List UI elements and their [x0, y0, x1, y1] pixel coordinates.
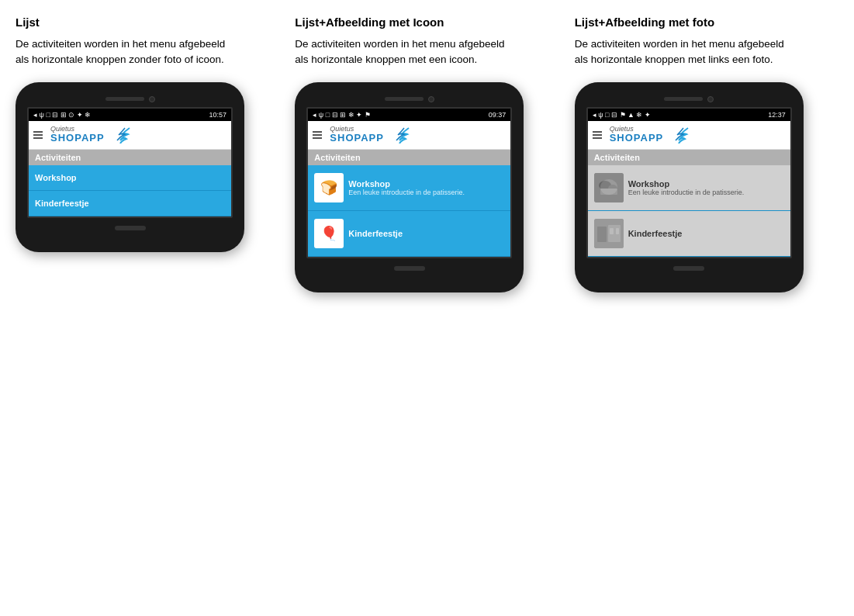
phone-speaker-icoon	[385, 97, 424, 101]
list-item-kinderfeestje-lijst[interactable]: Kinderfeestje	[29, 191, 231, 216]
list-item-workshop-lijst[interactable]: Workshop	[29, 165, 231, 191]
hamburger-icon	[33, 131, 43, 139]
workshop-title-foto: Workshop	[628, 179, 745, 189]
svg-point-1	[599, 181, 611, 190]
app-header-icoon: Quietus SHOPAPP	[308, 121, 510, 150]
app-header-lijst: Quietus SHOPAPP	[29, 121, 231, 150]
column-lijst: Lijst De activiteiten worden in het menu…	[8, 16, 287, 252]
status-bar-foto: ◂ ψ □ ⊟ ⚑ ▲ ❄ ✦ 12:37	[588, 109, 790, 121]
phone-screen-foto: ◂ ψ □ ⊟ ⚑ ▲ ❄ ✦ 12:37 Quietus SHOPAPP Ac…	[586, 107, 792, 258]
kinderfeestje-title-icoon: Kinderfeestje	[348, 229, 403, 238]
phone-speaker	[105, 97, 144, 101]
status-time-lijst: 10:57	[209, 111, 226, 119]
screen-content-foto: Workshop Een leuke introductie in de pat…	[588, 165, 790, 257]
workshop-icon-box: 🍞	[314, 173, 344, 202]
phone-icoon: ◂ ψ □ ⊟ ⊞ ❄ ✦ ⚑ 09:37 Quietus SHOPAPP Ac…	[295, 82, 524, 292]
logo-wing-icon-icoon	[389, 126, 410, 144]
logo-shopapp: SHOPAPP	[50, 133, 105, 144]
balloon-icon: 🎈	[320, 225, 337, 242]
workshop-text-foto: Workshop Een leuke introductie in de pat…	[628, 179, 745, 196]
app-logo-icoon: Quietus SHOPAPP	[330, 126, 384, 144]
phone-speaker-foto	[664, 97, 703, 101]
svg-rect-9	[616, 228, 619, 234]
list-item-kinderfeestje-title-lijst: Kinderfeestje	[35, 199, 89, 208]
section-header-lijst: Activiteiten	[29, 150, 231, 165]
phone-camera	[149, 96, 155, 102]
list-item-kinderfeestje-icoon[interactable]: 🎈 Kinderfeestje	[308, 211, 510, 257]
col-title-icoon: Lijst+Afbeelding met Icoon	[295, 16, 444, 29]
screen-content-lijst: Workshop Kinderfeestje	[29, 165, 231, 216]
kinderfeestje-photo-box	[594, 219, 624, 248]
phone-camera-icoon	[428, 96, 434, 102]
section-header-icoon: Activiteiten	[308, 150, 510, 165]
col-title-foto: Lijst+Afbeelding met foto	[575, 16, 714, 29]
phone-camera-foto	[707, 96, 714, 102]
logo-shopapp-foto: SHOPAPP	[610, 133, 664, 144]
svg-rect-8	[610, 228, 614, 234]
kinderfeestje-icon-box: 🎈	[314, 219, 344, 248]
status-bar-lijst: ◂ ψ □ ⊟ ⊞ ⊙ ✦ ❄ 10:57	[29, 109, 231, 121]
col-title-lijst: Lijst	[16, 16, 40, 29]
status-left-icons-icoon: ◂ ψ □ ⊟ ⊞ ❄ ✦ ⚑	[313, 111, 370, 119]
kinderfeestje-text-icoon: Kinderfeestje	[348, 229, 403, 238]
phone-bottom-foto	[673, 266, 704, 271]
phone-screen-icoon: ◂ ψ □ ⊟ ⊞ ❄ ✦ ⚑ 09:37 Quietus SHOPAPP Ac…	[306, 107, 512, 258]
phone-bottom-lijst	[115, 226, 146, 230]
workshop-text-icoon: Workshop Een leuke introductie in de pat…	[348, 179, 465, 196]
phone-bottom-icoon	[394, 266, 425, 271]
logo-wing-icon-foto	[668, 126, 690, 144]
workshop-subtitle-icoon: Een leuke introductie in de patisserie.	[348, 189, 465, 196]
phone-lijst: ◂ ψ □ ⊟ ⊞ ⊙ ✦ ❄ 10:57 Quietus SHOPAPP Ac…	[16, 82, 244, 252]
hamburger-icon-icoon	[313, 131, 322, 139]
col-desc-lijst: De activiteiten worden in het menu afgeb…	[16, 36, 233, 68]
phone-top-icoon	[301, 96, 517, 102]
svg-rect-3	[600, 189, 617, 195]
phone-top-lijst	[22, 96, 238, 102]
kinderfeestje-text-foto: Kinderfeestje	[628, 229, 683, 238]
status-time-icoon: 09:37	[489, 111, 507, 119]
status-left-icons-foto: ◂ ψ □ ⊟ ⚑ ▲ ❄ ✦	[593, 111, 651, 119]
svg-point-2	[608, 185, 617, 192]
status-left-icons: ◂ ψ □ ⊟ ⊞ ⊙ ✦ ❄	[33, 111, 91, 119]
workshop-title-icoon: Workshop	[348, 179, 465, 189]
col-desc-icoon: De activiteiten worden in het menu afgeb…	[295, 36, 512, 68]
list-item-workshop-foto[interactable]: Workshop Een leuke introductie in de pat…	[588, 165, 790, 211]
app-logo-foto: Quietus SHOPAPP	[610, 126, 664, 144]
workshop-subtitle-foto: Een leuke introductie in de patisserie.	[628, 189, 745, 196]
list-item-workshop-title-lijst: Workshop	[35, 173, 77, 182]
svg-rect-6	[597, 227, 607, 242]
screen-content-icoon: 🍞 Workshop Een leuke introductie in de p…	[308, 165, 510, 257]
list-item-kinderfeestje-foto[interactable]: Kinderfeestje	[588, 211, 790, 257]
workshop-photo-box	[594, 173, 624, 202]
column-lijst-icoon: Lijst+Afbeelding met Icoon De activiteit…	[287, 16, 566, 292]
svg-rect-0	[594, 173, 624, 202]
phone-top-foto	[581, 96, 797, 102]
app-logo: Quietus SHOPAPP	[50, 126, 105, 144]
status-time-foto: 12:37	[768, 111, 786, 119]
col-desc-foto: De activiteiten worden in het menu afgeb…	[575, 36, 792, 68]
bread-icon: 🍞	[320, 179, 337, 196]
section-header-foto: Activiteiten	[588, 150, 790, 165]
kinderfeestje-title-foto: Kinderfeestje	[628, 229, 683, 238]
app-header-foto: Quietus SHOPAPP	[588, 121, 790, 150]
phone-foto: ◂ ψ □ ⊟ ⚑ ▲ ❄ ✦ 12:37 Quietus SHOPAPP Ac…	[575, 82, 804, 292]
logo-shopapp-icoon: SHOPAPP	[330, 133, 384, 144]
phone-screen-lijst: ◂ ψ □ ⊟ ⊞ ⊙ ✦ ❄ 10:57 Quietus SHOPAPP Ac…	[27, 107, 233, 218]
logo-wing-icon	[109, 126, 131, 144]
hamburger-icon-foto	[593, 131, 602, 139]
list-item-workshop-icoon[interactable]: 🍞 Workshop Een leuke introductie in de p…	[308, 165, 510, 211]
status-bar-icoon: ◂ ψ □ ⊟ ⊞ ❄ ✦ ⚑ 09:37	[308, 109, 510, 121]
column-lijst-foto: Lijst+Afbeelding met foto De activiteite…	[567, 16, 846, 292]
